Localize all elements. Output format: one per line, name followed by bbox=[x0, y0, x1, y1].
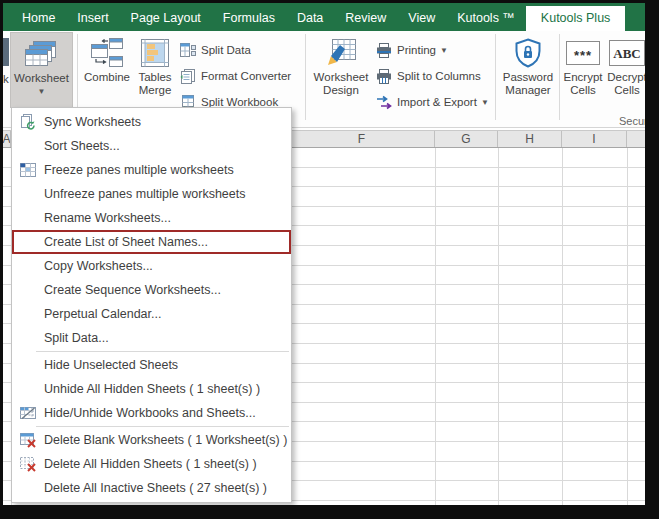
printing-button[interactable]: Printing ▼ bbox=[375, 37, 489, 63]
tab-home[interactable]: Home bbox=[11, 6, 66, 31]
combine-button[interactable]: Combine bbox=[80, 32, 134, 108]
import-export-dropdown-caret: ▼ bbox=[481, 98, 489, 107]
password-manager-button[interactable]: Password Manager bbox=[499, 32, 557, 108]
menu-item-sort-sheets[interactable]: Sort Sheets... bbox=[12, 134, 291, 158]
menu-item-delete-blank-worksheets[interactable]: Delete Blank Worksheets ( 1 Worksheet(s)… bbox=[12, 428, 291, 452]
split-to-columns-label: Split to Columns bbox=[397, 70, 481, 82]
format-converter-button[interactable]: Format Converter bbox=[179, 63, 291, 89]
decrypt-cells-icon: ABC bbox=[609, 37, 645, 69]
column-header-partial[interactable] bbox=[627, 131, 645, 147]
printing-icon bbox=[375, 42, 393, 58]
column-header-a[interactable]: A bbox=[3, 131, 11, 147]
format-converter-icon bbox=[179, 68, 197, 84]
split-data-button[interactable]: Split Data bbox=[179, 37, 291, 63]
menu-item-perpetual-calendar[interactable]: Perpetual Calendar... bbox=[12, 302, 291, 326]
column-header-h[interactable]: H bbox=[498, 131, 562, 147]
cropped-workbook-icon bbox=[3, 38, 9, 66]
menu-item-copy-worksheets[interactable]: Copy Worksheets... bbox=[12, 254, 291, 278]
tab-page-layout[interactable]: Page Layout bbox=[120, 6, 212, 31]
import-export-icon bbox=[375, 94, 393, 110]
menu-item-label: Delete Blank Worksheets ( 1 Worksheet(s)… bbox=[44, 433, 287, 447]
tables-merge-icon bbox=[141, 37, 169, 69]
tab-formulas[interactable]: Formulas bbox=[212, 6, 286, 31]
delete-blank-icon bbox=[12, 432, 44, 448]
sync-worksheets-icon bbox=[12, 114, 44, 130]
column-header-f[interactable]: F bbox=[289, 131, 435, 147]
tab-review[interactable]: Review bbox=[334, 6, 397, 31]
menu-item-label: Hide Unselected Sheets bbox=[44, 358, 178, 372]
menu-item-label: Copy Worksheets... bbox=[44, 259, 153, 273]
menu-item-create-sequence-worksheets[interactable]: Create Sequence Worksheets... bbox=[12, 278, 291, 302]
worksheet-design-button-label: Worksheet Design bbox=[309, 71, 373, 97]
hide-unhide-icon bbox=[12, 405, 44, 421]
tab-kutools-plus[interactable]: Kutools Plus bbox=[526, 6, 625, 31]
column-header-i[interactable]: I bbox=[562, 131, 627, 147]
delete-hidden-icon bbox=[12, 456, 44, 472]
menu-item-unhide-all-hidden-sheets[interactable]: Unhide All Hidden Sheets ( 1 sheet(s) ) bbox=[12, 377, 291, 401]
menu-item-label: Freeze panes multiple worksheets bbox=[44, 163, 234, 177]
menu-item-freeze-panes[interactable]: Freeze panes multiple worksheets bbox=[12, 158, 291, 182]
grid-vline bbox=[562, 148, 563, 505]
menu-item-delete-all-hidden-sheets[interactable]: Delete All Hidden Sheets ( 1 sheet(s) ) bbox=[12, 452, 291, 476]
decrypt-cells-button[interactable]: ABC Decrypt Cells bbox=[605, 32, 645, 108]
grid-vline bbox=[627, 148, 628, 505]
split-data-label: Split Data bbox=[201, 44, 251, 56]
menu-item-label: Unhide All Hidden Sheets ( 1 sheet(s) ) bbox=[44, 382, 260, 396]
menu-item-create-list-of-sheet-names[interactable]: Create List of Sheet Names... bbox=[12, 230, 291, 254]
group-separator bbox=[305, 34, 306, 120]
tables-merge-button[interactable]: Tables Merge bbox=[134, 32, 176, 108]
split-to-columns-button[interactable]: Split to Columns bbox=[375, 63, 489, 89]
menu-item-label: Hide/Unhide Workbooks and Sheets... bbox=[44, 406, 256, 420]
menu-item-label: Rename Worksheets... bbox=[44, 211, 171, 225]
menu-item-split-data[interactable]: Split Data... bbox=[12, 326, 291, 350]
format-converter-label: Format Converter bbox=[201, 70, 291, 82]
column-header-g[interactable]: G bbox=[435, 131, 498, 147]
menu-item-label: Create Sequence Worksheets... bbox=[44, 283, 221, 297]
tab-data[interactable]: Data bbox=[286, 6, 334, 31]
combine-icon bbox=[91, 37, 123, 69]
split-to-columns-icon bbox=[375, 68, 393, 84]
worksheet-dropdown-menu: Sync Worksheets Sort Sheets... bbox=[11, 107, 292, 503]
ribbon-small-column-1: Split Data Format Converter bbox=[179, 37, 291, 115]
menu-item-hide-unhide-workbooks-and-sheets[interactable]: Hide/Unhide Workbooks and Sheets... bbox=[12, 401, 291, 425]
printing-dropdown-caret: ▼ bbox=[440, 46, 448, 55]
menu-item-label: Delete All Inactive Sheets ( 27 sheet(s)… bbox=[44, 481, 267, 495]
group-separator bbox=[559, 34, 560, 120]
grid-vline bbox=[435, 148, 436, 505]
security-group-label: Security bbox=[619, 115, 645, 127]
menu-item-hide-unselected-sheets[interactable]: Hide Unselected Sheets bbox=[12, 353, 291, 377]
grid-vline bbox=[498, 148, 499, 505]
combine-button-label: Combine bbox=[84, 71, 130, 84]
password-manager-icon bbox=[514, 37, 542, 69]
encrypt-cells-button-label: Encrypt Cells bbox=[562, 71, 604, 97]
import-export-label: Import & Export bbox=[397, 96, 477, 108]
decrypt-cells-button-label: Decrypt Cells bbox=[605, 71, 645, 97]
tab-insert[interactable]: Insert bbox=[66, 6, 119, 31]
worksheet-design-icon bbox=[326, 37, 356, 69]
menu-item-label: Sort Sheets... bbox=[44, 139, 120, 153]
tab-kutools[interactable]: Kutools ™ bbox=[446, 6, 526, 31]
menu-item-sync-worksheets[interactable]: Sync Worksheets bbox=[12, 110, 291, 134]
menu-item-rename-worksheets[interactable]: Rename Worksheets... bbox=[12, 206, 291, 230]
ribbon-small-column-2: Printing ▼ Split to Columns bbox=[375, 37, 489, 115]
freeze-panes-icon bbox=[12, 162, 44, 178]
split-data-icon bbox=[179, 42, 197, 58]
tab-view[interactable]: View bbox=[397, 6, 446, 31]
menu-item-label: Create List of Sheet Names... bbox=[44, 235, 208, 249]
password-manager-button-label: Password Manager bbox=[499, 71, 557, 97]
screenshot-frame: Home Insert Page Layout Formulas Data Re… bbox=[0, 0, 659, 519]
worksheet-button-label: Worksheet bbox=[14, 72, 69, 85]
worksheet-icon bbox=[25, 38, 59, 70]
worksheet-button[interactable]: Worksheet ▼ bbox=[10, 32, 73, 108]
menu-item-unfreeze-panes[interactable]: Unfreeze panes multiple worksheets bbox=[12, 182, 291, 206]
menu-separator bbox=[36, 426, 289, 427]
ribbon-tab-bar: Home Insert Page Layout Formulas Data Re… bbox=[3, 3, 645, 31]
menu-item-label: Delete All Hidden Sheets ( 1 sheet(s) ) bbox=[44, 457, 257, 471]
import-export-button[interactable]: Import & Export ▼ bbox=[375, 89, 489, 115]
encrypt-cells-button[interactable]: *** Encrypt Cells bbox=[562, 32, 604, 108]
menu-item-label: Sync Worksheets bbox=[44, 115, 141, 129]
excel-window: Home Insert Page Layout Formulas Data Re… bbox=[3, 3, 645, 505]
worksheet-design-button[interactable]: Worksheet Design bbox=[309, 32, 373, 108]
menu-item-delete-all-inactive-sheets[interactable]: Delete All Inactive Sheets ( 27 sheet(s)… bbox=[12, 476, 291, 500]
menu-item-label: Perpetual Calendar... bbox=[44, 307, 161, 321]
